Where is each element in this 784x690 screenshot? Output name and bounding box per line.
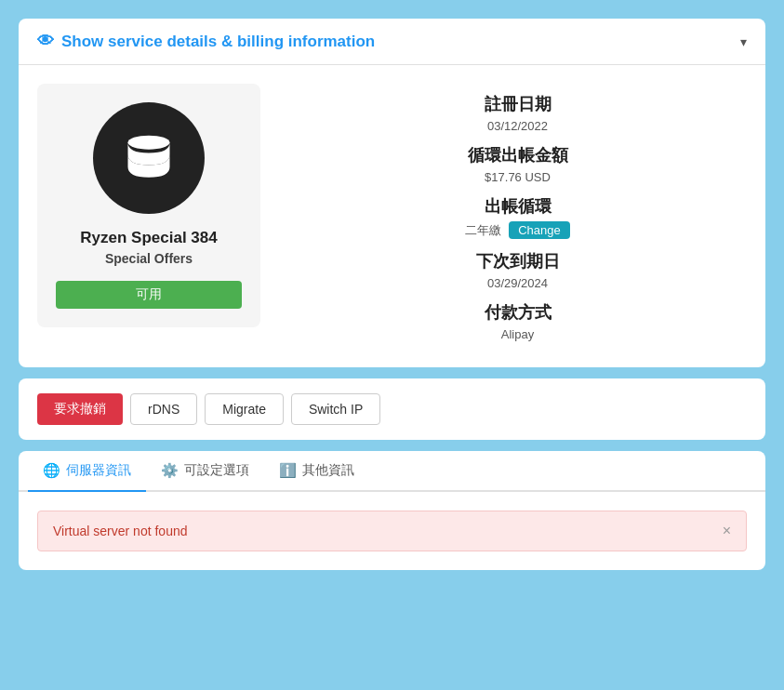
tabs-nav: 🌐 伺服器資訊 ⚙️ 可設定選項 ℹ️ 其他資訊 xyxy=(19,451,765,492)
reg-date-value: 03/12/2022 xyxy=(288,119,747,133)
service-details-card: 👁 Show service details & billing informa… xyxy=(19,19,765,367)
recurring-amount-label: 循環出帳金額 xyxy=(288,144,747,166)
next-due-label: 下次到期日 xyxy=(288,250,747,272)
service-header-toggle[interactable]: 👁 Show service details & billing informa… xyxy=(19,19,765,65)
service-body: Ryzen Special 384 Special Offers 可用 註冊日期… xyxy=(19,65,765,367)
action-buttons: 要求撤銷 rDNS Migrate Switch IP xyxy=(37,393,747,425)
next-due-value: 03/29/2024 xyxy=(288,276,747,290)
main-container: 👁 Show service details & billing informa… xyxy=(19,19,765,570)
change-button[interactable]: Change xyxy=(509,221,570,239)
service-header-label: Show service details & billing informati… xyxy=(61,33,375,51)
product-status: 可用 xyxy=(56,281,242,309)
switch-ip-button[interactable]: Switch IP xyxy=(291,393,380,425)
error-message: Virtual server not found xyxy=(53,524,188,538)
payment-method-label: 付款方式 xyxy=(288,301,747,324)
request-cancel-button[interactable]: 要求撤銷 xyxy=(37,393,123,425)
billing-cycle-label: 出帳循環 xyxy=(288,195,747,218)
tab-config-options[interactable]: ⚙️ 可設定選項 xyxy=(146,451,264,492)
svg-point-0 xyxy=(128,136,170,150)
database-icon xyxy=(121,130,177,186)
tab-content: Virtual server not found × xyxy=(19,492,765,570)
tab-other-info[interactable]: ℹ️ 其他資訊 xyxy=(264,451,369,492)
reg-date-label: 註冊日期 xyxy=(288,93,747,115)
migrate-button[interactable]: Migrate xyxy=(205,393,284,425)
service-header-left: 👁 Show service details & billing informa… xyxy=(37,32,375,51)
billing-cycle-value: 二年繳 xyxy=(465,222,501,239)
tab-other-info-label: 其他資訊 xyxy=(302,462,354,479)
rdns-button[interactable]: rDNS xyxy=(130,393,197,425)
product-icon-circle xyxy=(93,102,205,214)
tab-config-options-label: 可設定選項 xyxy=(184,462,249,479)
product-name: Ryzen Special 384 xyxy=(80,229,217,247)
eye-icon: 👁 xyxy=(37,32,54,51)
tab-server-info[interactable]: 🌐 伺服器資訊 xyxy=(28,451,146,492)
product-category: Special Offers xyxy=(105,251,193,266)
actions-card: 要求撤銷 rDNS Migrate Switch IP xyxy=(19,378,765,440)
chevron-down-icon: ▾ xyxy=(740,34,747,49)
error-alert: Virtual server not found × xyxy=(37,511,747,551)
tab-server-info-label: 伺服器資訊 xyxy=(66,462,131,479)
billing-info: 註冊日期 03/12/2022 循環出帳金額 $17.76 USD 出帳循環 二… xyxy=(288,84,747,349)
recurring-amount-value: $17.76 USD xyxy=(288,170,747,184)
billing-cycle-row: 二年繳 Change xyxy=(288,221,747,239)
payment-method-value: Alipay xyxy=(288,327,747,341)
product-box: Ryzen Special 384 Special Offers 可用 xyxy=(37,84,260,327)
gear-icon: ⚙️ xyxy=(161,462,179,479)
info-icon: ℹ️ xyxy=(279,462,297,479)
tabs-card: 🌐 伺服器資訊 ⚙️ 可設定選項 ℹ️ 其他資訊 Virtual server … xyxy=(19,451,765,570)
alert-close-button[interactable]: × xyxy=(723,523,731,539)
globe-icon: 🌐 xyxy=(43,462,60,479)
